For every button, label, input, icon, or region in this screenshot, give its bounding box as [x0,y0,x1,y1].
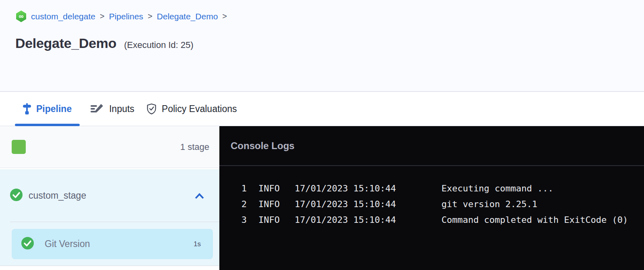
stage-count-label: 1 stage [180,142,209,152]
log-level: INFO [258,212,280,228]
log-line: 3 INFO 17/01/2023 15:10:44 Command compl… [219,212,644,228]
edit-lines-icon [90,103,104,115]
pipeline-execution-page: ∞ custom_delegate > Pipelines > Delegate… [0,0,644,270]
execution-tabbar: Pipeline Inputs Policy Evaluati [0,92,644,126]
log-timestamp: 17/01/2023 15:10:44 [295,196,396,212]
log-line-number: 2 [219,196,247,212]
stage-row-custom-stage[interactable]: custom_stage [0,169,219,222]
success-check-icon [10,189,23,203]
log-line-number: 3 [219,212,247,228]
tab-policy-evaluations-label: Policy Evaluations [162,104,237,114]
active-tab-indicator [15,124,80,126]
breadcrumb-link-pipeline[interactable]: Delegate_Demo [157,12,218,21]
log-level: INFO [258,196,280,212]
log-message: Command completed with ExitCode (0) [442,212,628,228]
page-title: Delegate_Demo [15,35,116,51]
breadcrumb-separator: > [148,12,153,21]
console-logs-panel: Console Logs 1 INFO 17/01/2023 15:10:44 … [219,126,644,270]
tab-inputs-label: Inputs [109,104,134,114]
stage-section: custom_stage Git Versi [0,169,219,270]
success-check-icon [21,237,34,251]
log-message: git version 2.25.1 [442,196,537,212]
breadcrumb-separator: > [100,12,105,21]
stage-panel-header: 1 stage [0,126,219,168]
console-logs-header: Console Logs [219,126,644,166]
breadcrumb-link-project[interactable]: custom_delegate [31,12,95,21]
console-log-area: 1 INFO 17/01/2023 15:10:44 Executing com… [219,166,644,228]
stage-section-spacer [0,259,219,266]
execution-header: ∞ custom_delegate > Pipelines > Delegate… [0,0,644,92]
tab-pipeline-label: Pipeline [36,104,72,114]
execution-id-label: (Execution Id: 25) [124,40,193,50]
stage-panel: 1 stage custom_stage [0,126,219,270]
log-level: INFO [258,181,280,196]
log-timestamp: 17/01/2023 15:10:44 [295,181,396,196]
step-row-git-version[interactable]: Git Version 1s [12,229,213,259]
pipeline-icon [23,103,31,114]
infinity-glyph: ∞ [19,13,23,20]
stage-name-label: custom_stage [29,190,86,201]
project-icon: ∞ [16,10,26,22]
stage-status-square-icon [12,140,26,154]
console-logs-title: Console Logs [231,140,295,152]
step-duration-label: 1s [194,240,201,248]
shield-check-icon [147,103,157,115]
log-line-number: 1 [219,181,247,196]
breadcrumb-link-pipelines[interactable]: Pipelines [109,12,143,21]
next-section-edge [0,266,219,270]
execution-content: 1 stage custom_stage [0,126,644,270]
log-timestamp: 17/01/2023 15:10:44 [295,212,396,228]
log-line: 2 INFO 17/01/2023 15:10:44 git version 2… [219,196,644,212]
log-message: Executing command ... [442,181,553,196]
log-line: 1 INFO 17/01/2023 15:10:44 Executing com… [219,181,644,196]
tab-pipeline[interactable]: Pipeline [15,92,80,126]
step-name-label: Git Version [45,239,90,249]
tab-policy-evaluations[interactable]: Policy Evaluations [147,92,237,126]
breadcrumb-separator: > [222,12,227,21]
stage-step-divider [10,222,219,222]
chevron-up-icon[interactable] [195,192,204,199]
tab-inputs[interactable]: Inputs [90,92,134,126]
title-row: Delegate_Demo (Execution Id: 25) [15,35,644,51]
breadcrumb: ∞ custom_delegate > Pipelines > Delegate… [16,0,644,22]
